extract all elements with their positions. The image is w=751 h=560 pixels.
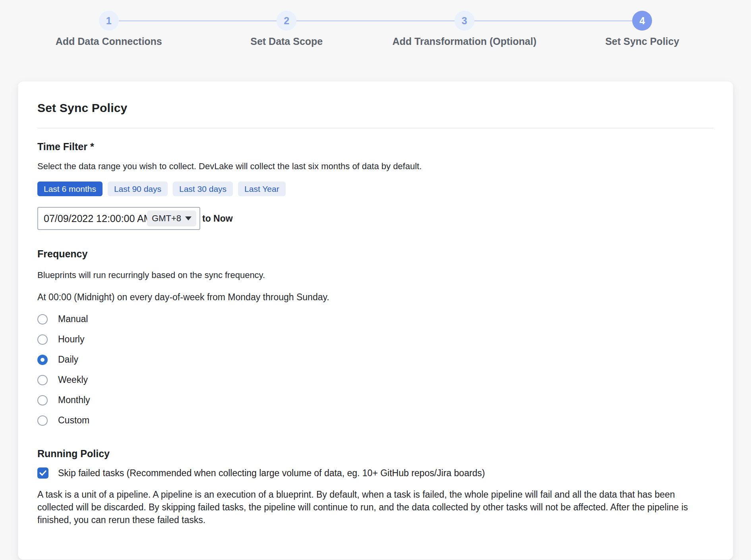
stepper-step-set-sync-policy[interactable]: 4 Set Sync Policy <box>554 10 732 47</box>
time-filter-options: Last 6 months Last 90 days Last 30 days … <box>37 182 714 196</box>
time-filter-option-last-year[interactable]: Last Year <box>238 182 286 196</box>
title-divider <box>37 128 714 128</box>
connector-line <box>20 20 99 21</box>
step-track: 4 <box>554 10 732 31</box>
step-track: 2 <box>198 10 376 31</box>
radio-icon <box>37 375 48 385</box>
step-3-badge: 3 <box>455 11 474 31</box>
start-date-value[interactable]: 07/09/2022 12:00:00 AM <box>44 213 147 224</box>
frequency-option-custom[interactable]: Custom <box>37 410 714 431</box>
frequency-option-manual[interactable]: Manual <box>37 309 714 329</box>
time-filter-option-last-30-days[interactable]: Last 30 days <box>173 182 233 196</box>
step-1-badge: 1 <box>99 11 119 31</box>
step-label: Set Data Scope <box>198 36 376 47</box>
step-4-badge: 4 <box>632 11 652 31</box>
frequency-heading: Frequency <box>37 248 714 260</box>
chevron-down-icon <box>185 216 192 220</box>
radio-icon <box>37 334 48 345</box>
frequency-schedule-summary: At 00:00 (Midnight) on every day-of-week… <box>37 292 714 303</box>
radio-icon <box>37 314 48 324</box>
step-2-badge: 2 <box>277 11 296 31</box>
set-sync-policy-panel: Set Sync Policy Time Filter * Select the… <box>18 81 733 560</box>
stepper-step-set-data-scope[interactable]: 2 Set Data Scope <box>198 10 376 47</box>
radio-icon <box>37 395 48 406</box>
timezone-value: GMT+8 <box>152 213 181 224</box>
skip-failed-tasks-label: Skip failed tasks (Recommended when coll… <box>58 468 485 479</box>
range-suffix-label: to Now <box>202 213 233 224</box>
connector-line <box>652 20 731 21</box>
frequency-option-weekly[interactable]: Weekly <box>37 370 714 390</box>
step-track: 1 <box>20 10 198 31</box>
time-filter-option-last-6-months[interactable]: Last 6 months <box>37 182 103 196</box>
radio-checked-icon <box>37 355 48 365</box>
connector-line <box>376 20 455 21</box>
page-title: Set Sync Policy <box>37 101 714 115</box>
stepper-step-add-transformation[interactable]: 3 Add Transformation (Optional) <box>376 10 554 47</box>
stepper-step-add-data-connections[interactable]: 1 Add Data Connections <box>20 10 198 47</box>
timezone-select[interactable]: GMT+8 <box>147 210 196 226</box>
frequency-option-monthly[interactable]: Monthly <box>37 390 714 410</box>
connector-line <box>554 20 633 21</box>
blueprint-stepper: 1 Add Data Connections 2 Set Data Scope … <box>0 0 751 47</box>
frequency-options: Manual Hourly Daily Weekly Monthly Custo… <box>37 309 714 431</box>
running-policy-note: A task is a unit of a pipeline. A pipeli… <box>37 488 713 526</box>
frequency-description: Blueprints will run recurringly based on… <box>37 270 714 280</box>
skip-failed-tasks-checkbox-row[interactable]: Skip failed tasks (Recommended when coll… <box>37 467 714 479</box>
frequency-option-daily[interactable]: Daily <box>37 350 714 370</box>
radio-icon <box>37 415 48 426</box>
frequency-option-hourly[interactable]: Hourly <box>37 329 714 350</box>
step-label: Set Sync Policy <box>554 36 732 47</box>
step-label: Add Data Connections <box>20 36 198 47</box>
running-policy-heading: Running Policy <box>37 448 714 460</box>
time-filter-option-last-90-days[interactable]: Last 90 days <box>108 182 168 196</box>
checkbox-checked-icon[interactable] <box>37 467 48 479</box>
start-date-input[interactable]: 07/09/2022 12:00:00 AM GMT+8 <box>37 207 200 230</box>
date-range-row: 07/09/2022 12:00:00 AM GMT+8 to Now <box>37 207 714 230</box>
step-label: Add Transformation (Optional) <box>376 36 554 47</box>
time-filter-description: Select the data range you wish to collec… <box>37 161 714 172</box>
connector-line <box>296 20 376 21</box>
connector-line <box>198 20 277 21</box>
connector-line <box>474 20 554 21</box>
time-filter-heading: Time Filter * <box>37 141 714 153</box>
connector-line <box>119 20 198 21</box>
step-track: 3 <box>376 10 554 31</box>
